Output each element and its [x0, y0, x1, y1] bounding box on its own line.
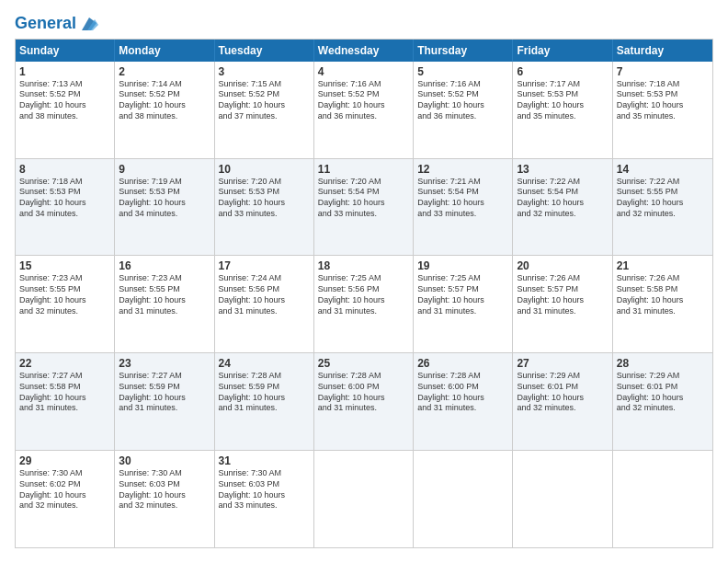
cell-info: Sunrise: 7:22 AMSunset: 5:54 PMDaylight:…	[517, 177, 608, 220]
cell-info: Sunrise: 7:28 AMSunset: 6:00 PMDaylight:…	[318, 371, 409, 414]
calendar-day-3: 3Sunrise: 7:15 AMSunset: 5:52 PMDaylight…	[215, 62, 314, 158]
day-number: 14	[617, 163, 709, 176]
calendar-header: SundayMondayTuesdayWednesdayThursdayFrid…	[16, 40, 712, 62]
cell-info: Sunrise: 7:21 AMSunset: 5:54 PMDaylight:…	[417, 177, 508, 220]
day-number: 15	[19, 259, 110, 272]
calendar-empty-cell	[513, 451, 612, 547]
logo-text: General	[15, 15, 76, 33]
cell-info: Sunrise: 7:29 AMSunset: 6:01 PMDaylight:…	[517, 371, 608, 414]
cell-info: Sunrise: 7:30 AMSunset: 6:02 PMDaylight:…	[19, 468, 110, 511]
cell-info: Sunrise: 7:22 AMSunset: 5:55 PMDaylight:…	[617, 177, 709, 220]
day-number: 7	[617, 65, 709, 78]
day-number: 27	[517, 357, 608, 370]
calendar-day-6: 6Sunrise: 7:17 AMSunset: 5:53 PMDaylight…	[513, 62, 612, 158]
cell-info: Sunrise: 7:17 AMSunset: 5:53 PMDaylight:…	[517, 79, 608, 122]
cell-info: Sunrise: 7:20 AMSunset: 5:53 PMDaylight:…	[219, 177, 310, 220]
cell-info: Sunrise: 7:13 AMSunset: 5:52 PMDaylight:…	[19, 79, 110, 122]
logo-icon	[78, 16, 98, 32]
day-number: 24	[219, 357, 310, 370]
cell-info: Sunrise: 7:15 AMSunset: 5:52 PMDaylight:…	[219, 79, 310, 122]
calendar-row-2: 8Sunrise: 7:18 AMSunset: 5:53 PMDaylight…	[16, 159, 712, 257]
day-number: 11	[318, 163, 409, 176]
calendar-empty-cell	[414, 451, 513, 547]
day-number: 9	[119, 163, 210, 176]
day-number: 19	[417, 259, 508, 272]
calendar-day-29: 29Sunrise: 7:30 AMSunset: 6:02 PMDayligh…	[16, 451, 115, 547]
calendar-day-10: 10Sunrise: 7:20 AMSunset: 5:53 PMDayligh…	[215, 159, 314, 256]
cell-info: Sunrise: 7:30 AMSunset: 6:03 PMDaylight:…	[219, 468, 310, 511]
calendar-day-31: 31Sunrise: 7:30 AMSunset: 6:03 PMDayligh…	[215, 451, 314, 547]
cell-info: Sunrise: 7:18 AMSunset: 5:53 PMDaylight:…	[617, 79, 709, 122]
day-number: 1	[19, 65, 110, 78]
weekday-header-sunday: Sunday	[16, 40, 115, 62]
cell-info: Sunrise: 7:26 AMSunset: 5:57 PMDaylight:…	[517, 273, 608, 316]
calendar-day-22: 22Sunrise: 7:27 AMSunset: 5:58 PMDayligh…	[16, 353, 115, 450]
calendar-day-11: 11Sunrise: 7:20 AMSunset: 5:54 PMDayligh…	[314, 159, 414, 256]
calendar-row-4: 22Sunrise: 7:27 AMSunset: 5:58 PMDayligh…	[16, 353, 712, 451]
day-number: 3	[219, 65, 310, 78]
cell-info: Sunrise: 7:25 AMSunset: 5:57 PMDaylight:…	[417, 273, 508, 316]
day-number: 13	[517, 163, 608, 176]
calendar-day-8: 8Sunrise: 7:18 AMSunset: 5:53 PMDaylight…	[16, 159, 115, 256]
day-number: 25	[318, 357, 409, 370]
day-number: 8	[19, 163, 110, 176]
calendar-row-3: 15Sunrise: 7:23 AMSunset: 5:55 PMDayligh…	[16, 256, 712, 353]
calendar-day-19: 19Sunrise: 7:25 AMSunset: 5:57 PMDayligh…	[414, 256, 513, 352]
day-number: 26	[417, 357, 508, 370]
calendar-day-21: 21Sunrise: 7:26 AMSunset: 5:58 PMDayligh…	[613, 256, 712, 352]
calendar: SundayMondayTuesdayWednesdayThursdayFrid…	[15, 39, 713, 548]
calendar-day-7: 7Sunrise: 7:18 AMSunset: 5:53 PMDaylight…	[613, 62, 712, 158]
weekday-header-saturday: Saturday	[613, 40, 712, 62]
calendar-day-14: 14Sunrise: 7:22 AMSunset: 5:55 PMDayligh…	[613, 159, 712, 256]
cell-info: Sunrise: 7:16 AMSunset: 5:52 PMDaylight:…	[318, 79, 409, 122]
day-number: 5	[417, 65, 508, 78]
calendar-row-1: 1Sunrise: 7:13 AMSunset: 5:52 PMDaylight…	[16, 62, 712, 159]
weekday-header-tuesday: Tuesday	[215, 40, 314, 62]
calendar-day-2: 2Sunrise: 7:14 AMSunset: 5:52 PMDaylight…	[115, 62, 214, 158]
day-number: 20	[517, 259, 608, 272]
calendar-day-9: 9Sunrise: 7:19 AMSunset: 5:53 PMDaylight…	[115, 159, 214, 256]
day-number: 2	[119, 65, 210, 78]
calendar-day-18: 18Sunrise: 7:25 AMSunset: 5:56 PMDayligh…	[314, 256, 414, 352]
day-number: 18	[318, 259, 409, 272]
calendar-day-13: 13Sunrise: 7:22 AMSunset: 5:54 PMDayligh…	[513, 159, 612, 256]
day-number: 29	[19, 454, 110, 467]
weekday-header-thursday: Thursday	[414, 40, 513, 62]
cell-info: Sunrise: 7:16 AMSunset: 5:52 PMDaylight:…	[417, 79, 508, 122]
cell-info: Sunrise: 7:27 AMSunset: 5:59 PMDaylight:…	[119, 371, 210, 414]
calendar-empty-cell	[314, 451, 414, 547]
calendar-day-27: 27Sunrise: 7:29 AMSunset: 6:01 PMDayligh…	[513, 353, 612, 450]
calendar-day-16: 16Sunrise: 7:23 AMSunset: 5:55 PMDayligh…	[115, 256, 214, 352]
calendar-body: 1Sunrise: 7:13 AMSunset: 5:52 PMDaylight…	[16, 62, 712, 547]
cell-info: Sunrise: 7:23 AMSunset: 5:55 PMDaylight:…	[119, 273, 210, 316]
calendar-day-4: 4Sunrise: 7:16 AMSunset: 5:52 PMDaylight…	[314, 62, 414, 158]
calendar-day-15: 15Sunrise: 7:23 AMSunset: 5:55 PMDayligh…	[16, 256, 115, 352]
day-number: 6	[517, 65, 608, 78]
page-container: General SundayMondayTuesdayWednesdayThur…	[0, 0, 728, 563]
day-number: 21	[617, 259, 709, 272]
day-number: 12	[417, 163, 508, 176]
calendar-day-20: 20Sunrise: 7:26 AMSunset: 5:57 PMDayligh…	[513, 256, 612, 352]
calendar-day-17: 17Sunrise: 7:24 AMSunset: 5:56 PMDayligh…	[215, 256, 314, 352]
header: General	[15, 15, 713, 29]
cell-info: Sunrise: 7:28 AMSunset: 5:59 PMDaylight:…	[219, 371, 310, 414]
calendar-day-25: 25Sunrise: 7:28 AMSunset: 6:00 PMDayligh…	[314, 353, 414, 450]
cell-info: Sunrise: 7:25 AMSunset: 5:56 PMDaylight:…	[318, 273, 409, 316]
calendar-empty-cell	[613, 451, 712, 547]
day-number: 30	[119, 454, 210, 467]
calendar-day-1: 1Sunrise: 7:13 AMSunset: 5:52 PMDaylight…	[16, 62, 115, 158]
weekday-header-friday: Friday	[513, 40, 612, 62]
calendar-day-23: 23Sunrise: 7:27 AMSunset: 5:59 PMDayligh…	[115, 353, 214, 450]
cell-info: Sunrise: 7:29 AMSunset: 6:01 PMDaylight:…	[617, 371, 709, 414]
calendar-day-30: 30Sunrise: 7:30 AMSunset: 6:03 PMDayligh…	[115, 451, 214, 547]
weekday-header-wednesday: Wednesday	[314, 40, 414, 62]
cell-info: Sunrise: 7:23 AMSunset: 5:55 PMDaylight:…	[19, 273, 110, 316]
calendar-day-24: 24Sunrise: 7:28 AMSunset: 5:59 PMDayligh…	[215, 353, 314, 450]
cell-info: Sunrise: 7:18 AMSunset: 5:53 PMDaylight:…	[19, 177, 110, 220]
cell-info: Sunrise: 7:24 AMSunset: 5:56 PMDaylight:…	[219, 273, 310, 316]
day-number: 23	[119, 357, 210, 370]
calendar-row-5: 29Sunrise: 7:30 AMSunset: 6:02 PMDayligh…	[16, 451, 712, 547]
day-number: 28	[617, 357, 709, 370]
calendar-day-26: 26Sunrise: 7:28 AMSunset: 6:00 PMDayligh…	[414, 353, 513, 450]
cell-info: Sunrise: 7:30 AMSunset: 6:03 PMDaylight:…	[119, 468, 210, 511]
